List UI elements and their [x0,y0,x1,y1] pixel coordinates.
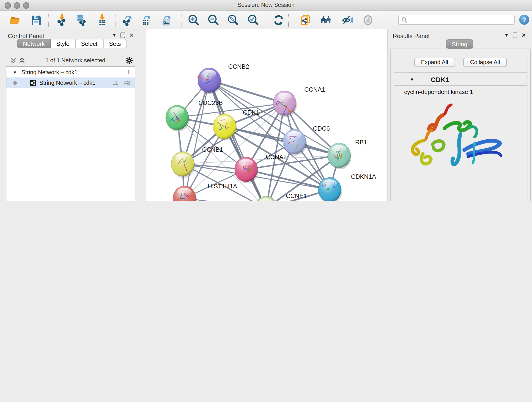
home-button[interactable] [319,14,332,26]
expand-all-icon[interactable] [19,58,25,63]
network-selection-status: 1 of 1 Network selected [25,57,126,64]
protein-expander-icon[interactable]: ▼ [410,77,414,82]
import-network-database-button[interactable] [75,14,87,26]
results-panel-menu-icon[interactable]: ▼ [505,33,509,38]
network-node-count: 11 [112,80,118,86]
protein-description: cyclin-dependent kinase 1 [394,86,527,95]
zoom-selected-icon [247,14,259,26]
results-panel-title: Results Panel [393,32,429,39]
float-panel-icon[interactable] [120,32,125,38]
clone-network-button[interactable] [300,14,312,26]
apply-layout-button[interactable] [272,14,285,26]
node-CCNE1[interactable] [254,196,278,201]
eye-slash-icon [341,14,354,26]
export-image-button[interactable] [160,14,172,26]
results-panel: Results Panel ▼ ✕ String Expand All Coll… [387,29,532,201]
tree-expander-icon[interactable]: ▼ [13,70,17,75]
collapse-all-icon[interactable] [10,58,17,63]
protein-name: CDK1 [431,75,450,83]
application-window: Session: New Session [0,0,532,201]
show-all-button[interactable] [361,14,374,26]
zoom-fit-button[interactable] [227,14,239,26]
search-input[interactable] [407,16,501,23]
crosslinks-section: CrossLinks Uniprot:P06493GeneCard:P06493… [404,201,523,201]
node-CCNA1[interactable] [273,91,297,117]
tab-select[interactable]: Select [75,39,103,48]
node-CCNA2[interactable] [234,157,259,183]
title-bar: Session: New Session [0,0,532,11]
tab-network[interactable]: Network [17,39,51,48]
close-panel-icon[interactable]: ✕ [129,33,134,38]
network-options-gear-icon[interactable] [126,57,133,64]
collection-count: 1 [127,69,130,75]
node-label-CDK1: CDK1 [243,109,259,116]
node-label-CDC6: CDC6 [313,125,330,132]
crosslinks-title: CrossLinks [404,201,523,201]
export-table-button[interactable] [140,14,152,26]
node-label-RB1: RB1 [355,139,367,146]
import-table-icon [96,14,108,26]
node-CDK1[interactable] [213,114,237,140]
node-label-CDC25B: CDC25B [198,99,223,106]
zoom-fit-icon [227,14,239,26]
control-panel: Control Panel ▼ ✕ Network Style Select S… [0,29,140,201]
edge-CCNA1-CDC25B[interactable] [177,103,285,118]
tab-string[interactable]: String [446,39,473,49]
help-button[interactable]: ? [519,15,529,25]
tab-style[interactable]: Style [51,39,75,48]
save-floppy-icon [30,14,42,26]
node-label-HIST1H1A: HIST1H1A [208,183,237,190]
import-table-file-button[interactable] [96,14,108,26]
protein-card-header[interactable]: ▼ CDK1 [394,73,527,86]
node-CDC25B[interactable] [166,105,190,132]
import-network-file-button[interactable] [56,14,68,26]
expand-all-button[interactable]: Expand All [414,58,455,67]
refresh-icon [272,14,284,26]
eye-disabled-icon [362,14,374,26]
tab-sets[interactable]: Sets [103,39,127,48]
network-list: ▼ String Network – cdk1 1 String Network… [6,66,135,201]
zoom-out-button[interactable] [207,14,220,26]
results-float-panel-icon[interactable] [513,32,517,38]
open-folder-icon [9,14,21,26]
import-network-icon [56,14,68,26]
node-label-CCNA1: CCNA1 [304,86,325,93]
results-close-panel-icon[interactable]: ✕ [521,33,526,38]
node-CDKN1A[interactable] [318,177,342,201]
node-label-CCNB2: CCNB2 [228,63,249,70]
network-canvas[interactable]: CCNB2CCNA1CDC25BCDK1CDC6RB1CCNB1CCNA2CDK… [146,29,387,201]
collection-name: String Network – cdk1 [22,69,78,75]
network-edge-count: 48 [124,80,130,86]
network-row-selected[interactable]: String Network – cdk1 11 48 [6,77,135,88]
search-icon [401,17,407,23]
string-results-box: Expand All Collapse All ▼ CDK1 cyclin-de… [390,49,531,201]
protein-structure-image [404,96,517,197]
network-status-dot [13,81,17,85]
control-panel-title: Control Panel [8,32,44,39]
hide-selected-button[interactable] [341,14,354,26]
export-table-icon [140,14,152,26]
expand-collapse-bar: Expand All Collapse All [394,52,527,73]
database-icon [75,14,87,26]
copy-document-icon [300,14,312,26]
panel-menu-icon[interactable]: ▼ [112,33,116,38]
open-session-button[interactable] [9,14,22,26]
node-CDC6[interactable] [283,129,307,156]
export-image-icon [160,14,172,26]
node-HIST1H1A[interactable] [173,186,197,201]
node-label-CDKN1A: CDKN1A [351,173,376,180]
node-RB1[interactable] [328,143,351,169]
houses-icon [319,14,332,26]
export-network-button[interactable] [121,14,133,26]
zoom-in-button[interactable] [187,14,200,26]
protein-card: ▼ CDK1 cyclin-dependent kinase 1 [394,73,527,201]
node-label-CCNA2: CCNA2 [266,153,287,160]
search-input-wrapper [398,15,515,25]
zoom-out-icon [207,14,220,26]
collapse-all-button[interactable]: Collapse All [463,58,507,67]
save-session-button[interactable] [30,14,42,26]
export-network-icon [121,14,133,26]
zoom-in-icon [187,14,200,26]
network-collection-row[interactable]: ▼ String Network – cdk1 1 [6,67,135,77]
zoom-selected-button[interactable] [247,14,259,26]
